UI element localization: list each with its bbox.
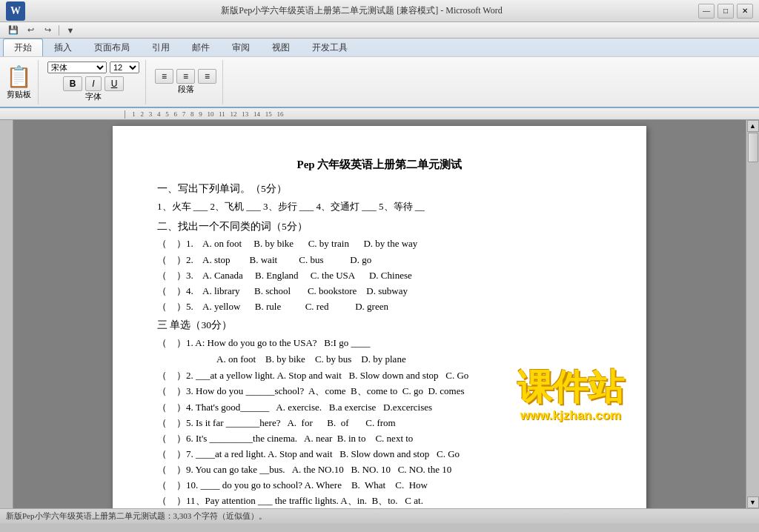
scroll-track xyxy=(746,132,759,496)
num-2-4: 4. xyxy=(186,284,202,299)
list-item: （ ） 7. ____at a red light. A. Stop and w… xyxy=(157,447,602,462)
bold-button[interactable]: B xyxy=(63,76,83,91)
document-area[interactable]: Pep 六年级英语上册第二单元测试 一、写出下列单词。（5分） 1、火车 ___… xyxy=(13,120,746,508)
list-item: （ ） 9. You can go take __bus. A. the NO.… xyxy=(157,462,602,477)
title-bar-title: 新版Pep小学六年级英语上册第二单元测试题 [兼容模式] - Microsoft… xyxy=(25,4,698,17)
q3-4: 4. That's good______ A. exercise. B.a ex… xyxy=(186,400,432,415)
vertical-scrollbar: ▲ ▼ xyxy=(746,120,759,508)
watermark-text1: 课件站 xyxy=(517,370,624,405)
customize-button[interactable]: ▼ xyxy=(63,24,78,37)
section2-header: 二、找出一个不同类的词（5分） xyxy=(157,219,602,236)
font-family-select[interactable]: 宋体 xyxy=(47,61,107,73)
scroll-up-button[interactable]: ▲ xyxy=(747,120,759,132)
list-item: （ ） 2. A. stop B. wait C. bus D. go xyxy=(157,253,602,267)
undo-button[interactable]: ↩ xyxy=(23,24,38,37)
q3-5: 5. Is it far _______here? A. for B. of C… xyxy=(186,416,396,430)
paren-3-5: （ ） xyxy=(157,416,186,430)
num-2-2: 2. xyxy=(186,253,202,267)
list-item: （ ） 3. A. Canada B. England C. the USA D… xyxy=(157,268,602,283)
paren-2-2: （ ） xyxy=(157,253,186,267)
ribbon: 开始 插入 页面布局 引用 邮件 审阅 视图 开发工具 📋 剪贴板 宋体 12 … xyxy=(0,39,759,108)
q3-3: 3. How do you ______school? A、come B、com… xyxy=(186,384,465,399)
tab-insert[interactable]: 插入 xyxy=(43,39,83,56)
left-margin xyxy=(0,120,13,508)
list-item: （ ） 1. A: How do you go to the USA? B:I … xyxy=(157,336,602,350)
workspace: Pep 六年级英语上册第二单元测试 一、写出下列单词。（5分） 1、火车 ___… xyxy=(0,120,759,508)
tab-developer[interactable]: 开发工具 xyxy=(301,39,359,56)
tab-references[interactable]: 引用 xyxy=(141,39,181,56)
tab-layout[interactable]: 页面布局 xyxy=(83,39,141,56)
list-item: （ ） 1. A. on foot B. by bike C. by train… xyxy=(157,236,602,251)
section3-header: 三 单选（30分） xyxy=(157,317,602,334)
q3-10: 10. ____ do you go to school? A. Where B… xyxy=(186,478,428,493)
font-label: 字体 xyxy=(85,91,102,102)
paren-3-10: （ ） xyxy=(157,478,186,493)
italic-button[interactable]: I xyxy=(85,76,101,91)
paren-3-2: （ ） xyxy=(157,368,186,383)
num-2-5: 5. xyxy=(186,299,202,314)
ribbon-tabs: 开始 插入 页面布局 引用 邮件 审阅 视图 开发工具 xyxy=(0,39,759,56)
document-title: Pep 六年级英语上册第二单元测试 xyxy=(157,156,602,175)
paragraph-label: 段落 xyxy=(178,84,194,95)
q3-2: 2. ___at a yellow light. A. Stop and wai… xyxy=(186,368,468,383)
ruler-scale: │ 1 2 3 4 5 6 7 8 9 10 11 12 13 14 15 16 xyxy=(122,110,284,118)
paragraph-group: ≡ ≡ ≡ 段落 xyxy=(155,60,223,104)
section1-line: 1、火车 ___ 2、飞机 ___ 3、步行 ___ 4、交通灯 ___ 5、等… xyxy=(157,199,602,215)
q3-6: 6. It's _________the cinema. A. near B. … xyxy=(186,431,413,446)
save-button[interactable]: 💾 xyxy=(6,24,21,37)
redo-button[interactable]: ↪ xyxy=(40,24,55,37)
paren-2-4: （ ） xyxy=(157,284,186,299)
font-size-select[interactable]: 12 xyxy=(110,61,139,73)
list-item: （ ） 5. A. yellow B. rule C. red D. green xyxy=(157,299,602,314)
tab-view[interactable]: 视图 xyxy=(261,39,301,56)
minimize-button[interactable]: — xyxy=(698,4,715,19)
toolbar-separator xyxy=(59,25,59,36)
document-wrapper: Pep 六年级英语上册第二单元测试 一、写出下列单词。（5分） 1、火车 ___… xyxy=(113,126,646,508)
options-2-5: A. yellow B. rule C. red D. green xyxy=(202,299,602,314)
options-2-4: A. library B. school C. bookstore D. sub… xyxy=(202,284,602,299)
options-2-1: A. on foot B. by bike C. by train D. by … xyxy=(202,236,602,251)
paren-3-6: （ ） xyxy=(157,431,186,446)
word-count-label: 新版Pep小学六年级英语上册第二单元测试题：3,303 个字符（近似值）。 xyxy=(6,511,267,522)
list-item: （ ） 10. ____ do you go to school? A. Whe… xyxy=(157,478,602,493)
scroll-thumb[interactable] xyxy=(748,133,758,162)
tab-mailings[interactable]: 邮件 xyxy=(181,39,221,56)
underline-button[interactable]: U xyxy=(105,76,125,91)
paren-3-1: （ ） xyxy=(157,336,186,350)
list-item: （ ） 11、Pay attention ___ the traffic lig… xyxy=(157,493,602,508)
paren-3-11: （ ） xyxy=(157,493,186,508)
title-bar-left: W xyxy=(6,1,25,21)
word-logo: W xyxy=(6,1,25,21)
horizontal-ruler: │ 1 2 3 4 5 6 7 8 9 10 11 12 13 14 15 16 xyxy=(0,108,759,120)
scroll-down-button[interactable]: ▼ xyxy=(747,496,759,508)
paren-3-3: （ ） xyxy=(157,384,186,399)
options-2-2: A. stop B. wait C. bus D. go xyxy=(202,253,602,267)
close-button[interactable]: ✕ xyxy=(737,4,753,19)
align-left-button[interactable]: ≡ xyxy=(155,69,173,84)
page[interactable]: Pep 六年级英语上册第二单元测试 一、写出下列单词。（5分） 1、火车 ___… xyxy=(113,126,646,508)
q3-11: 11、Pay attention ___ the traffic lights.… xyxy=(186,493,423,508)
title-bar-controls: — □ ✕ xyxy=(698,4,753,19)
clipboard-group: 📋 剪贴板 xyxy=(6,60,39,104)
align-right-button[interactable]: ≡ xyxy=(198,69,216,84)
tab-review[interactable]: 审阅 xyxy=(221,39,261,56)
q3-1: 1. A: How do you go to the USA? B:I go _… xyxy=(186,336,375,350)
align-center-button[interactable]: ≡ xyxy=(176,69,195,84)
paren-3-7: （ ） xyxy=(157,447,186,462)
restore-button[interactable]: □ xyxy=(717,4,734,19)
title-bar: W 新版Pep小学六年级英语上册第二单元测试题 [兼容模式] - Microso… xyxy=(0,0,759,22)
q3-1-options: A. on foot B. by bike C. by bus D. by pl… xyxy=(157,351,602,368)
paren-2-3: （ ） xyxy=(157,268,186,283)
font-group: 宋体 12 B I U 字体 xyxy=(47,60,146,104)
quick-access-toolbar: 💾 ↩ ↪ ▼ xyxy=(0,22,759,39)
ribbon-content: 📋 剪贴板 宋体 12 B I U 字体 ≡ ≡ ≡ xyxy=(0,56,759,107)
watermark-text2: www.kjzhan.com xyxy=(517,405,624,427)
paste-icon[interactable]: 📋 xyxy=(6,64,32,89)
paren-3-4: （ ） xyxy=(157,400,186,415)
tab-home[interactable]: 开始 xyxy=(3,39,43,56)
paren-2-5: （ ） xyxy=(157,299,186,314)
num-2-3: 3. xyxy=(186,268,202,283)
num-2-1: 1. xyxy=(186,236,202,251)
list-item: （ ） 6. It's _________the cinema. A. near… xyxy=(157,431,602,446)
watermark: 课件站 www.kjzhan.com xyxy=(517,370,624,427)
